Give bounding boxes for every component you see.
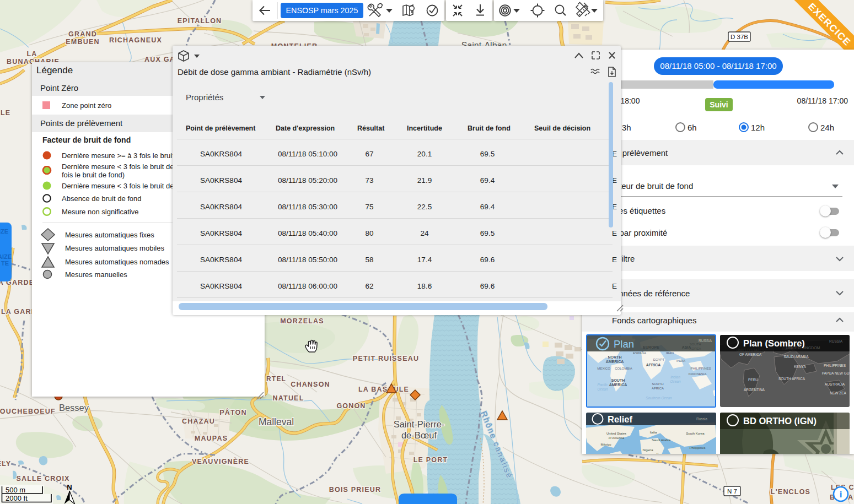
svg-text:AFRICA: AFRICA: [652, 387, 664, 390]
svg-text:PHILIPPINES: PHILIPPINES: [824, 364, 846, 367]
svg-text:NORTH: NORTH: [608, 355, 622, 359]
svg-text:ÉLY: ÉLY: [0, 459, 11, 468]
svg-text:AFRICA: AFRICA: [646, 363, 660, 367]
svg-text:IZE: IZE: [0, 228, 8, 235]
svg-text:Kenya: Kenya: [656, 453, 666, 454]
svg-text:of America: of America: [609, 436, 625, 440]
svg-text:EPITALLON: EPITALLON: [178, 17, 222, 25]
svg-text:EMBUEN: EMBUEN: [66, 38, 99, 46]
svg-text:LE PORT: LE PORT: [413, 456, 448, 464]
svg-text:NATUEL: NATUEL: [273, 394, 304, 402]
svg-text:CHANSON: CHANSON: [291, 381, 330, 388]
svg-text:MORZELAS: MORZELAS: [280, 317, 324, 325]
svg-text:AMERICA: AMERICA: [609, 383, 627, 387]
svg-text:GONON: GONON: [336, 402, 366, 410]
svg-text:Plan (Sombre): Plan (Sombre): [743, 338, 805, 348]
svg-text:COLOMBIA: COLOMBIA: [615, 367, 632, 370]
svg-text:Bessey: Bessey: [59, 403, 89, 413]
svg-text:INDIA: INDIA: [676, 359, 685, 362]
svg-text:Russia: Russia: [696, 417, 707, 421]
svg-text:Saudi Arabia: Saudi Arabia: [652, 438, 671, 442]
svg-text:AIZE: AIZE: [0, 253, 12, 260]
svg-text:MAUPAS: MAUPAS: [195, 435, 228, 442]
svg-text:Saint-Pierre-: Saint-Pierre-: [394, 419, 445, 429]
svg-text:Ocean: Ocean: [670, 380, 681, 383]
svg-text:Nigeria: Nigeria: [642, 448, 653, 452]
svg-text:Philippines: Philippines: [689, 446, 705, 449]
svg-text:Ocean: Ocean: [597, 387, 608, 391]
svg-text:AMERICA: AMERICA: [606, 360, 624, 364]
svg-text:SALLE CROIX: SALLE CROIX: [16, 475, 69, 483]
svg-text:United States: United States: [606, 432, 626, 435]
svg-text:Indian: Indian: [670, 375, 680, 379]
svg-text:Pacific: Pacific: [597, 383, 608, 387]
svg-text:ESPAÑA: ESPAÑA: [633, 351, 646, 355]
svg-text:MEXICO: MEXICO: [597, 367, 610, 370]
svg-text:IRAN: IRAN: [666, 351, 674, 355]
svg-text:RICHAGNEUX: RICHAGNEUX: [109, 36, 162, 44]
svg-text:LE: LE: [1, 109, 10, 117]
svg-text:SOUTH: SOUTH: [652, 382, 664, 386]
svg-text:INDONESIA: INDONESIA: [688, 372, 706, 376]
svg-text:i: i: [840, 489, 842, 500]
svg-text:TE: TE: [1, 260, 9, 267]
svg-text:BD ORTHO (IGN): BD ORTHO (IGN): [743, 416, 817, 426]
svg-text:Italia: Italia: [650, 431, 657, 434]
svg-text:RUSSIA: RUSSIA: [699, 339, 712, 343]
svg-text:GRAND: GRAND: [68, 30, 97, 38]
svg-text:SOUTH AFRICA: SOUTH AFRICA: [778, 377, 805, 381]
svg-text:PHILIPPINES: PHILIPPINES: [690, 367, 711, 370]
svg-text:South Korea: South Korea: [686, 432, 705, 435]
svg-text:Plan: Plan: [614, 338, 634, 350]
svg-text:PAPUA NEW GUINE: PAPUA NEW GUINE: [822, 371, 850, 375]
svg-text:de-Bœuf: de-Bœuf: [401, 430, 437, 440]
svg-text:D 37B: D 37B: [731, 34, 748, 40]
svg-text:AUSTRALIA: AUSTRALIA: [825, 382, 845, 386]
svg-text:LA: LA: [26, 50, 37, 58]
svg-text:BOIS PRIEUR: BOIS PRIEUR: [329, 486, 381, 494]
svg-text:2000 ft: 2000 ft: [6, 494, 28, 502]
svg-text:SAUDI ARABIA: SAUDI ARABIA: [783, 355, 809, 359]
svg-text:NEW ZEA: NEW ZEA: [830, 391, 846, 395]
svg-text:PÂTON: PÂTON: [219, 408, 247, 416]
svg-text:OF AMERICA: OF AMERICA: [739, 353, 762, 356]
svg-text:RUSSIA: RUSSIA: [829, 339, 843, 343]
svg-text:N 7: N 7: [727, 488, 737, 495]
svg-text:L'ENCLOS: L'ENCLOS: [771, 488, 810, 496]
svg-text:Relief: Relief: [608, 414, 632, 424]
svg-text:SOUTH: SOUTH: [611, 378, 625, 382]
svg-text:ARGENTINA: ARGENTINA: [744, 388, 765, 392]
svg-text:RTEL: RTEL: [266, 375, 286, 383]
svg-text:EGYPT: EGYPT: [653, 358, 665, 361]
svg-text:VEAUVIGNÈRE: VEAUVIGNÈRE: [192, 457, 249, 465]
svg-text:N: N: [67, 483, 72, 491]
svg-text:México: México: [600, 443, 611, 446]
svg-text:AR: AR: [848, 494, 854, 501]
svg-text:LA BASAULE: LA BASAULE: [358, 386, 409, 393]
svg-text:Malleval: Malleval: [259, 416, 294, 427]
svg-text:PERU: PERU: [748, 378, 758, 382]
svg-text:PETIT RUISSEAU: PETIT RUISSEAU: [353, 355, 419, 362]
svg-text:KENYA: KENYA: [794, 365, 806, 368]
svg-text:Southern Ocean: Southern Ocean: [646, 396, 672, 400]
svg-text:CHAZAU: CHAZAU: [182, 418, 215, 425]
svg-text:TOUCHEBOEUF: TOUCHEBOEUF: [0, 408, 56, 415]
svg-text:500 m: 500 m: [6, 486, 25, 494]
